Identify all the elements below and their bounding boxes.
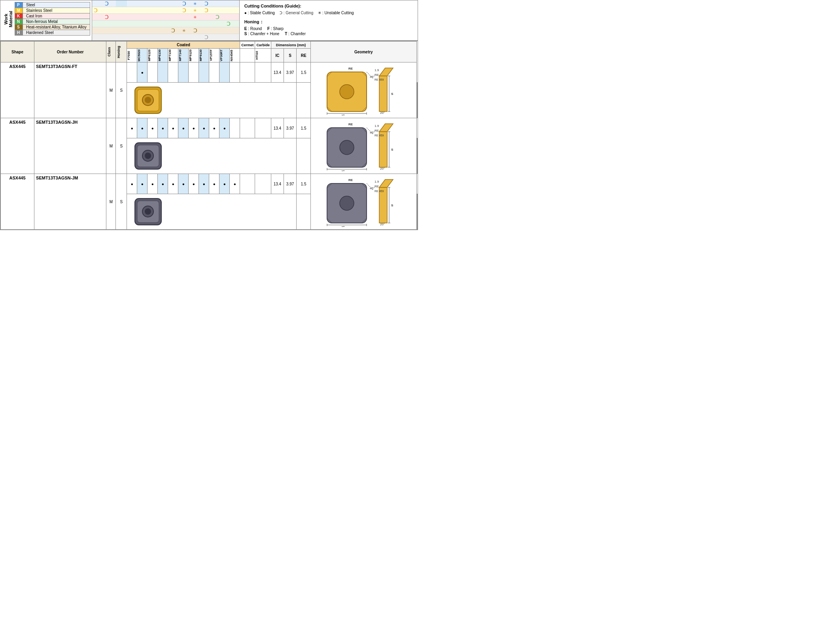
svg-text:RE: RE — [348, 123, 353, 126]
compat-p-nx4545: Ɔ — [204, 0, 216, 7]
r2-mp7140: ● — [178, 118, 189, 138]
r3-nx4545: ● — [230, 174, 240, 194]
svg-point-26 — [145, 97, 151, 103]
compat-row-k: Ɔ ✳ Ɔ — [92, 14, 239, 21]
r2-geo: 45° RE IC S 20° 1.9 RE — [311, 118, 416, 174]
r1-mp7130 — [168, 62, 178, 83]
col-s: S — [284, 49, 297, 62]
col-carbide-group: Carbide — [255, 42, 271, 49]
honing-3: S — [116, 174, 127, 230]
r1-vp15tf — [209, 62, 219, 83]
r3-mp6120: ● — [148, 174, 158, 194]
r2-f7030: ● — [127, 118, 137, 138]
svg-text:RE: RE — [348, 178, 353, 182]
r3-s: 3.97 — [284, 174, 297, 194]
col-vp15tf: VP15TF — [209, 49, 219, 62]
material-row-m: M Stainless Steel — [15, 8, 90, 13]
mat-name-p: Steel — [23, 2, 90, 8]
material-row-n: N Non-ferrous Metal — [15, 19, 90, 25]
r2-vp15tf: ● — [209, 118, 219, 138]
compat-k-mc5020: Ɔ — [105, 14, 116, 20]
compat-k-hti10: Ɔ — [216, 14, 227, 20]
r2-nx4545 — [230, 118, 240, 138]
col-geo-group: Geometry — [311, 42, 416, 62]
mat-code-n: N — [15, 19, 23, 25]
compat-m-vp30rt: ✳ — [193, 8, 204, 13]
geo-svg-3: 45° RE IC S 20° 1.9 RE — [324, 176, 403, 227]
svg-text:S: S — [391, 92, 393, 96]
order-3: SEMT13T3AGSN-JM — [34, 174, 106, 230]
work-material-title: WorkMaterial — [2, 3, 15, 35]
r1-f7030 — [127, 62, 137, 83]
data-row-2-top: ASX445 SEMT13T3AGSN-JH M S ● ● ● ● ● ● ●… — [1, 118, 418, 138]
compat-m-vp15tf: Ɔ — [182, 7, 193, 13]
geo-svg-2: 45° RE IC S 20° 1.9 RE — [324, 120, 403, 171]
col-dim-group: Dimensions (mm) — [271, 42, 310, 49]
r2-hti10 — [255, 118, 271, 138]
page-wrapper: WorkMaterial P Steel M Stainless Steel K… — [0, 0, 418, 230]
compat-p-vp15tf: Ɔ — [182, 0, 193, 7]
r1-nx4545 — [230, 62, 240, 83]
order-1: SEMT13T3AGSN-FT — [34, 62, 106, 118]
honing-row1: E : Round F : Sharp — [244, 26, 413, 31]
insert-visual-3 — [133, 197, 163, 227]
r3-mp6130: ● — [158, 174, 168, 194]
svg-text:IC: IC — [342, 114, 345, 115]
stable-cutting: ● : Stable Cutting — [244, 11, 275, 15]
main-data-table: Shape Order Number Class Honing Coated C… — [0, 41, 418, 230]
compat-row-s: Ɔ ✳ Ɔ — [92, 27, 239, 34]
col-order: Order Number — [34, 42, 106, 62]
honing-2: S — [116, 118, 127, 174]
compat-row-h: Ɔ — [92, 34, 239, 40]
mat-code-k: K — [15, 13, 23, 19]
compat-s-mp9120: Ɔ — [193, 27, 204, 34]
r3-geo: 45° RE IC S 20° 1.9 RE — [311, 174, 416, 230]
compat-k-vp30rt: ✳ — [193, 15, 204, 19]
r1-mp6130 — [158, 62, 168, 83]
col-mp6130: MP6130 — [158, 49, 168, 62]
svg-text:45°: 45° — [370, 187, 374, 190]
svg-rect-40 — [379, 132, 387, 167]
col-shape: Shape — [1, 42, 34, 62]
svg-text:1.9: 1.9 — [374, 180, 379, 183]
col-coated-group: Coated — [127, 42, 240, 49]
svg-text:S: S — [391, 148, 393, 151]
svg-text:RE: RE — [348, 67, 353, 70]
r1-hti10 — [255, 62, 271, 83]
mat-name-h: Hardened Steel — [23, 30, 90, 36]
col-honing: Honing — [116, 42, 127, 62]
col-re: RE — [297, 49, 311, 62]
r2-mp9120: ● — [189, 118, 199, 138]
honing-title: Honing： — [244, 19, 413, 25]
col-hti10-cermet — [240, 49, 255, 62]
order-2: SEMT13T3AGSN-JH — [34, 118, 106, 174]
r2-mp6130: ● — [158, 118, 168, 138]
svg-marker-41 — [379, 124, 393, 132]
geo-svg-1: 45° RE IC — [324, 64, 403, 115]
insert-visual-1 — [133, 85, 163, 115]
shape-3: ASX445 — [1, 174, 34, 230]
class-2: M — [106, 118, 116, 174]
r3-ic: 13.4 — [271, 174, 284, 194]
col-mp7140: MP7140 — [178, 49, 189, 62]
compat-h-mp9130: Ɔ — [204, 34, 216, 40]
svg-point-59 — [340, 196, 354, 210]
r3-vp30rt: ● — [219, 174, 230, 194]
compat-p-mp6120 — [116, 0, 127, 7]
cutting-conditions-area: Cutting Conditions (Guide): ● : Stable C… — [240, 0, 418, 40]
r3-hti10 — [255, 174, 271, 194]
mat-name-k: Cast Iron — [23, 13, 90, 19]
mat-code-s: S — [15, 25, 23, 30]
compat-p-vp30rt: ✳ — [193, 2, 204, 6]
r3-re: 1.5 — [297, 174, 311, 194]
r3-mc5020: ● — [137, 174, 148, 194]
r3-mp7140: ● — [178, 174, 189, 194]
r2-insert-img — [127, 138, 297, 174]
compat-row-m: Ɔ Ɔ ✳ Ɔ — [92, 7, 239, 14]
svg-text:IC: IC — [342, 225, 345, 227]
col-mp7130: MP7130 — [168, 49, 178, 62]
svg-text:RE: RE — [374, 129, 379, 132]
svg-text:S: S — [391, 204, 393, 207]
r2-mc5020: ● — [137, 118, 148, 138]
r1-insert-img — [127, 83, 297, 118]
